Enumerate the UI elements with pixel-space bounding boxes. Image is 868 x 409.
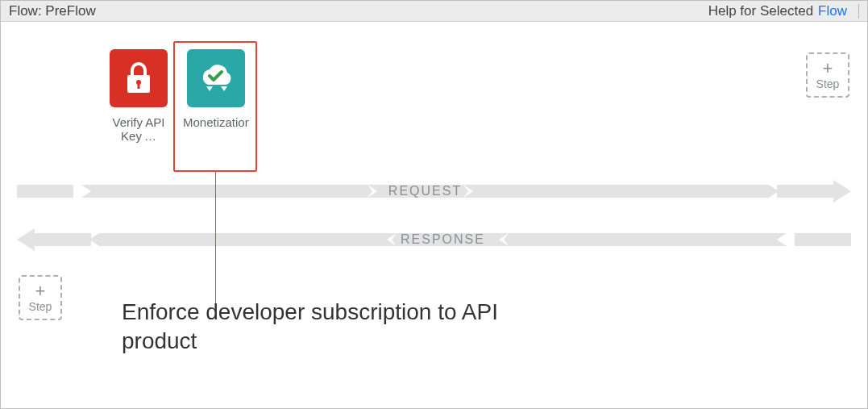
policy-label: Monetization- …	[183, 115, 249, 129]
arrow-left-icon	[17, 228, 35, 251]
policy-monetization[interactable]: Monetization- …	[183, 49, 249, 129]
plus-icon: +	[823, 60, 833, 77]
add-step-label: Step	[29, 300, 52, 313]
policy-label: Verify API Key …	[106, 115, 172, 144]
flow-name: PreFlow	[45, 3, 95, 19]
flow-canvas: Verify API Key … Monetization- … + Step	[1, 22, 867, 408]
arrow-right-icon	[833, 180, 851, 202]
svg-rect-2	[138, 83, 140, 89]
help-label: Help for Selected	[708, 3, 813, 19]
add-step-response-button[interactable]: + Step	[19, 275, 62, 320]
add-step-request-button[interactable]: + Step	[806, 52, 849, 98]
flow-editor-frame: Flow: PreFlow Help for Selected Flow Ver…	[0, 0, 868, 409]
request-flow-bar: REQUEST	[17, 180, 851, 202]
plus-icon: +	[35, 282, 46, 300]
flow-prefix: Flow:	[9, 3, 42, 19]
policy-verify-api-key[interactable]: Verify API Key …	[106, 49, 172, 144]
response-flow-bar: RESPONSE	[17, 228, 851, 251]
callout-connector	[215, 172, 216, 311]
callout-text: Enforce developer subscription to API pr…	[122, 298, 573, 357]
add-step-label: Step	[816, 77, 840, 90]
lock-icon	[110, 49, 168, 107]
header-divider	[858, 4, 859, 19]
response-label: RESPONSE	[401, 232, 485, 247]
help-flow-link[interactable]: Flow	[818, 3, 847, 19]
request-label: REQUEST	[388, 184, 462, 198]
flow-header-bar: Flow: PreFlow Help for Selected Flow	[1, 1, 867, 22]
cloud-check-icon	[187, 49, 245, 107]
